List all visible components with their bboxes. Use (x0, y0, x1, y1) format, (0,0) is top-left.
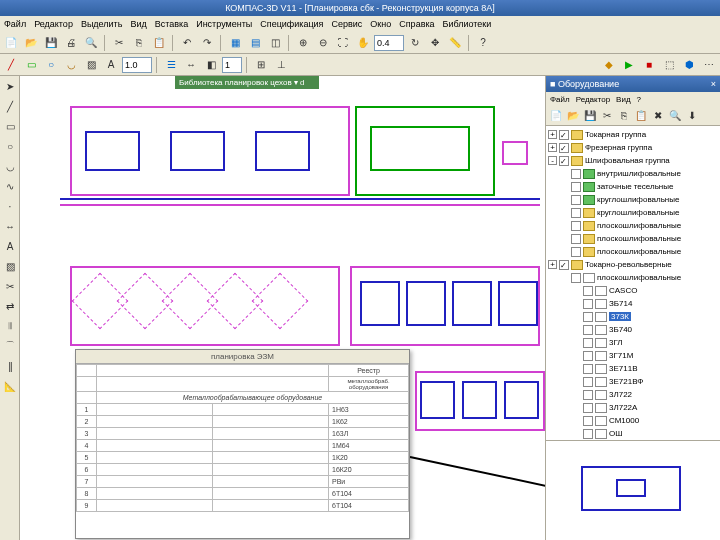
measure-icon[interactable]: 📏 (446, 34, 464, 52)
tree-item[interactable]: круглошлифовальные (548, 206, 718, 219)
rect2-icon[interactable]: ▭ (1, 117, 19, 135)
checkbox[interactable] (583, 312, 593, 322)
extra4-icon[interactable]: ⬚ (660, 56, 678, 74)
array-icon[interactable]: ⫴ (1, 317, 19, 335)
equipment-tree[interactable]: +✓Токарная группа+✓Фрезерная группа-✓Шли… (546, 126, 720, 440)
pointer-icon[interactable]: ➤ (1, 77, 19, 95)
panel-menu-file[interactable]: Файл (550, 95, 570, 104)
tree-item[interactable]: круглошлифовальные (548, 193, 718, 206)
panel-del-icon[interactable]: ✖ (650, 108, 666, 124)
checkbox[interactable] (583, 403, 593, 413)
checkbox[interactable] (571, 234, 581, 244)
circle2-icon[interactable]: ○ (1, 137, 19, 155)
panel-menu-help[interactable]: ? (637, 95, 641, 104)
point-icon[interactable]: · (1, 197, 19, 215)
open-icon[interactable]: 📂 (22, 34, 40, 52)
checkbox[interactable] (583, 390, 593, 400)
offset-icon[interactable]: ‖ (1, 357, 19, 375)
extra6-icon[interactable]: ⋯ (700, 56, 718, 74)
menu-select[interactable]: Выделить (81, 19, 123, 29)
line2-icon[interactable]: ╱ (1, 97, 19, 115)
zoom-in-icon[interactable]: ⊕ (294, 34, 312, 52)
checkbox[interactable] (571, 221, 581, 231)
layer-icon[interactable]: ☰ (162, 56, 180, 74)
fillet-icon[interactable]: ⌒ (1, 337, 19, 355)
menu-libs[interactable]: Библиотеки (443, 19, 492, 29)
redo-icon[interactable]: ↷ (198, 34, 216, 52)
expand-icon[interactable]: + (548, 260, 557, 269)
panel-insert-icon[interactable]: ⬇ (684, 108, 700, 124)
menu-spec[interactable]: Спецификация (260, 19, 323, 29)
checkbox[interactable] (583, 338, 593, 348)
cut-icon[interactable]: ✂ (110, 34, 128, 52)
panel-close-icon[interactable]: × (711, 76, 716, 92)
menu-view[interactable]: Вид (130, 19, 146, 29)
checkbox[interactable] (571, 208, 581, 218)
save-icon[interactable]: 💾 (42, 34, 60, 52)
undo-icon[interactable]: ↶ (178, 34, 196, 52)
expand-icon[interactable]: + (548, 143, 557, 152)
move-icon[interactable]: ✥ (426, 34, 444, 52)
hatch-icon[interactable]: ▨ (82, 56, 100, 74)
menu-help[interactable]: Справка (399, 19, 434, 29)
checkbox[interactable]: ✓ (559, 143, 569, 153)
tree-item[interactable]: -✓Шлифовальная группа (548, 154, 718, 167)
checkbox[interactable]: ✓ (559, 260, 569, 270)
checkbox[interactable] (571, 195, 581, 205)
expand-icon[interactable]: + (548, 130, 557, 139)
checkbox[interactable] (583, 351, 593, 361)
checkbox[interactable] (571, 169, 581, 179)
tree-item[interactable]: плоскошлифовальные (548, 271, 718, 284)
view-icon[interactable]: ◫ (266, 34, 284, 52)
zoom-fit-icon[interactable]: ⛶ (334, 34, 352, 52)
menu-window[interactable]: Окно (370, 19, 391, 29)
zoom-out-icon[interactable]: ⊖ (314, 34, 332, 52)
circle-icon[interactable]: ○ (42, 56, 60, 74)
new-icon[interactable]: 📄 (2, 34, 20, 52)
input-val1[interactable] (374, 35, 404, 51)
tree-item[interactable]: +✓Фрезерная группа (548, 141, 718, 154)
panel-save-icon[interactable]: 💾 (582, 108, 598, 124)
spec-table-window[interactable]: планировка ЭЗМ Реестр металлообраб. обор… (75, 349, 410, 539)
tree-item[interactable]: 3ГЛ (548, 336, 718, 349)
zoom-input[interactable] (122, 57, 152, 73)
drawing-canvas[interactable]: Библиотека планировок цехов ▾ d пл (20, 76, 545, 540)
expand-icon[interactable]: - (548, 156, 557, 165)
menu-edit[interactable]: Редактор (34, 19, 73, 29)
checkbox[interactable] (583, 364, 593, 374)
tree-item[interactable]: 3Л722 (548, 388, 718, 401)
line-icon[interactable]: ╱ (2, 56, 20, 74)
extra3-icon[interactable]: ■ (640, 56, 658, 74)
panel-menu-edit[interactable]: Редактор (576, 95, 610, 104)
extra2-icon[interactable]: ▶ (620, 56, 638, 74)
snap-icon[interactable]: ⊞ (252, 56, 270, 74)
menu-file[interactable]: Файл (4, 19, 26, 29)
dim2-icon[interactable]: ↔ (1, 217, 19, 235)
copy-icon[interactable]: ⎘ (130, 34, 148, 52)
preview-icon[interactable]: 🔍 (82, 34, 100, 52)
grid-icon[interactable]: ▦ (226, 34, 244, 52)
tree-item[interactable]: плоскошлифовальные (548, 245, 718, 258)
panel-paste-icon[interactable]: 📋 (633, 108, 649, 124)
block-icon[interactable]: ◧ (202, 56, 220, 74)
checkbox[interactable] (583, 416, 593, 426)
spline-icon[interactable]: ∿ (1, 177, 19, 195)
print-icon[interactable]: 🖨 (62, 34, 80, 52)
tree-item[interactable]: внутришлифовальные (548, 167, 718, 180)
library-header[interactable]: Библиотека планировок цехов ▾ d (175, 76, 319, 89)
tree-item[interactable]: 3Г71М (548, 349, 718, 362)
text2-icon[interactable]: A (1, 237, 19, 255)
paste-icon[interactable]: 📋 (150, 34, 168, 52)
checkbox[interactable] (571, 247, 581, 257)
mirror-icon[interactable]: ⇄ (1, 297, 19, 315)
menu-insert[interactable]: Вставка (155, 19, 188, 29)
tree-item[interactable]: ЗБ714 (548, 297, 718, 310)
text-icon[interactable]: A (102, 56, 120, 74)
menu-tools[interactable]: Инструменты (196, 19, 252, 29)
tree-item[interactable]: заточные тесельные (548, 180, 718, 193)
panel-open-icon[interactable]: 📂 (565, 108, 581, 124)
checkbox[interactable] (583, 286, 593, 296)
arc-icon[interactable]: ◡ (62, 56, 80, 74)
tree-item[interactable]: +✓Токарная группа (548, 128, 718, 141)
tree-item[interactable]: 3Е711В (548, 362, 718, 375)
